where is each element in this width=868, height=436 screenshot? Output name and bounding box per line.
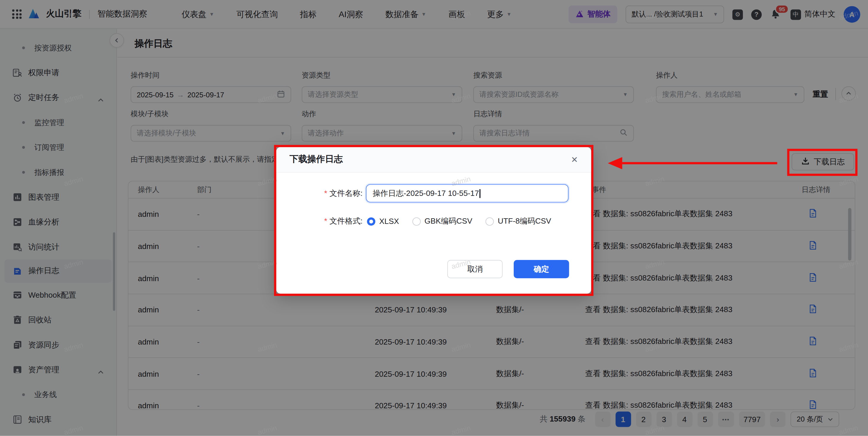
format-option-label: XLSX	[379, 217, 399, 226]
format-option-utf-8-csv[interactable]: UTF-8编码CSV	[486, 216, 551, 226]
file-name-label: 文件名称:	[330, 188, 363, 197]
format-option-xlsx[interactable]: XLSX	[367, 217, 399, 226]
file-name-value: 操作日志-2025-09-17 10-55-17	[373, 188, 479, 198]
file-format-label: 文件格式:	[330, 216, 363, 225]
file-format-radio-group: XLSXGBK编码CSVUTF-8编码CSV	[367, 216, 551, 226]
cancel-button[interactable]: 取消	[447, 260, 503, 278]
app-window: 火山引擎 智能数据洞察 仪表盘▼可视化查询指标AI洞察数据准备▼画板更多▼ 智能…	[0, 0, 868, 436]
radio-icon	[486, 217, 494, 225]
annotation-arrow-line	[622, 162, 777, 164]
close-icon[interactable]: ✕	[571, 155, 578, 165]
modal-title: 下载操作日志	[290, 154, 571, 165]
required-asterisk: *	[324, 188, 327, 197]
radio-icon	[412, 217, 421, 225]
text-cursor	[479, 189, 480, 198]
required-asterisk: *	[324, 216, 327, 225]
file-name-row: *文件名称: 操作日志-2025-09-17 10-55-17	[276, 184, 591, 202]
confirm-button[interactable]: 确定	[514, 260, 569, 278]
modal-buttons: 取消 确定	[447, 260, 569, 278]
file-format-row: *文件格式: XLSXGBK编码CSVUTF-8编码CSV	[276, 216, 591, 226]
annotation-arrow-head	[608, 157, 622, 169]
format-option-gbk-csv[interactable]: GBK编码CSV	[412, 216, 472, 226]
format-option-label: UTF-8编码CSV	[498, 216, 551, 226]
format-option-label: GBK编码CSV	[425, 216, 472, 226]
download-log-modal: 下载操作日志 ✕ *文件名称: 操作日志-2025-09-17 10-55-17…	[276, 147, 591, 294]
file-name-input[interactable]: 操作日志-2025-09-17 10-55-17	[366, 184, 568, 202]
radio-selected-icon	[367, 217, 375, 225]
modal-header: 下载操作日志 ✕	[276, 147, 591, 173]
